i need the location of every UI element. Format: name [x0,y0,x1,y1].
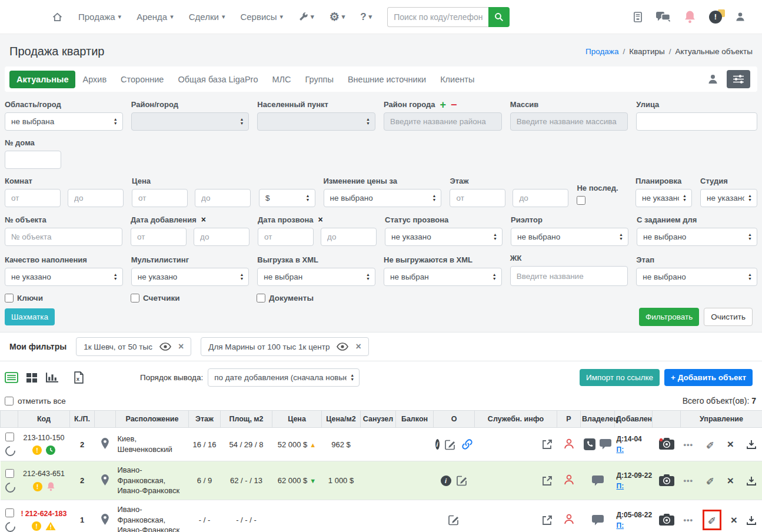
notifications-bell-icon[interactable] [684,10,696,24]
owner-person-icon[interactable] [564,474,574,486]
row-checkbox[interactable] [5,433,14,441]
date-added-from-input[interactable] [131,228,187,246]
task-for-select[interactable]: не выбрано [637,228,757,246]
settlement-select[interactable] [257,112,375,131]
owner-person-icon[interactable] [564,438,574,450]
price-change-select[interactable]: не выбрано [324,189,442,207]
saved-filter-chip[interactable]: Для Марины от 100 тыс 1к центр × [201,337,369,356]
documents-checkbox[interactable] [257,294,265,302]
excel-export-icon[interactable]: x [74,371,84,384]
tab-external[interactable]: Внешние источники [341,71,433,88]
counters-checkbox[interactable] [131,294,139,302]
download-icon[interactable] [746,476,757,486]
download-icon[interactable] [746,515,757,526]
tab-mls[interactable]: МЛС [265,71,298,88]
map-icon[interactable] [100,474,110,486]
user-icon[interactable] [735,11,746,22]
chart-view-icon[interactable] [45,372,59,383]
remove-district-icon[interactable]: − [451,101,457,108]
import-by-link-button[interactable]: Импорт по ссылке [580,369,660,386]
complex-input[interactable] [510,266,628,286]
edit-note-icon[interactable] [445,439,456,450]
menu-services[interactable]: Сервисы▾ [240,12,283,22]
settings-menu[interactable]: ⚙ ▾ [330,10,345,24]
keys-checkbox[interactable] [5,294,14,302]
price-to-input[interactable] [195,189,251,207]
comment-icon[interactable] [592,515,604,526]
comment-icon[interactable] [600,439,611,450]
row-checkbox[interactable] [5,508,14,517]
xml-no-export-select[interactable]: не выбран [384,268,502,286]
added-p-link[interactable]: П: [617,521,624,530]
filter-settings-button[interactable] [727,70,750,88]
breadcrumb-link-sales[interactable]: Продажа [585,47,618,56]
house-no-input[interactable] [5,151,61,169]
download-icon[interactable] [746,439,757,450]
clear-button[interactable]: Очистить [704,308,753,326]
multilisting-select[interactable]: не указано [131,268,249,286]
currency-select[interactable]: $ [259,189,315,207]
camera-icon[interactable] [659,474,674,486]
sort-order-select[interactable]: по дате добавления (сначала новые) [208,368,360,387]
price-from-input[interactable] [132,189,188,207]
saved-filter-chip[interactable]: 1к Шевч, от 50 тыс × [76,337,191,356]
delete-icon[interactable]: × [727,440,734,448]
more-actions-icon[interactable]: ••• [684,476,694,485]
realtor-select[interactable]: не выбрано [511,228,628,246]
user-icon[interactable] [707,74,718,85]
remove-filter-icon[interactable]: × [355,341,361,352]
select-all-checkbox[interactable] [5,397,14,405]
tab-actual[interactable]: Актуальные [9,71,75,88]
tab-clients[interactable]: Клиенты [433,71,481,88]
list-view-icon[interactable] [5,372,18,383]
floor-from-input[interactable] [450,189,505,207]
eye-icon[interactable] [337,343,348,351]
rooms-to-input[interactable] [68,189,124,207]
help-menu[interactable]: ? ▾ [360,11,372,23]
edit-icon[interactable]: ✎ [708,514,716,526]
add-object-button[interactable]: + Добавить объект [664,369,753,386]
edit-icon[interactable]: ✎ [706,438,714,451]
camera-icon[interactable] [659,437,674,450]
home-icon[interactable] [52,12,63,22]
external-link-icon[interactable] [541,514,553,526]
added-p-link[interactable]: П: [617,445,624,454]
owner-person-icon[interactable] [564,513,574,525]
added-p-link[interactable]: П: [617,482,624,490]
tab-thirdparty[interactable]: Сторонние [114,71,171,88]
info-icon[interactable]: i [435,439,440,450]
delete-icon[interactable]: × [731,516,737,524]
not-last-checkbox[interactable] [577,196,585,205]
add-district-icon[interactable]: + [440,101,447,108]
phone-icon[interactable] [584,438,595,450]
date-called-from-input[interactable] [258,228,314,246]
quality-select[interactable]: не указано [5,268,123,286]
region-select[interactable]: не выбрана [5,112,123,131]
search-input[interactable] [387,7,488,27]
date-called-to-input[interactable] [321,228,377,246]
map-icon[interactable] [100,513,110,526]
journal-icon[interactable] [633,11,643,23]
chessboard-button[interactable]: Шахматка [5,308,55,325]
filter-button[interactable]: Фильтровать [639,308,699,326]
layout-select[interactable]: не указано [635,189,692,207]
edit-note-icon[interactable] [448,514,460,526]
stage-select[interactable]: не выбрано [636,268,757,286]
more-actions-icon[interactable]: ••• [684,440,694,449]
alerts-icon[interactable]: ! [709,11,722,24]
remove-filter-icon[interactable]: × [178,341,184,352]
edit-icon[interactable]: ✎ [706,474,714,487]
row-checkbox[interactable] [5,469,14,478]
eye-icon[interactable] [159,343,171,351]
tab-groups[interactable]: Группы [298,71,341,88]
external-link-icon[interactable] [541,438,553,450]
grid-view-icon[interactable] [26,373,38,383]
tools-menu[interactable]: ▾ [298,12,314,22]
street-input[interactable] [636,112,757,131]
tab-ligapro[interactable]: Общая база LigaPro [171,71,265,88]
district-city-select[interactable] [131,112,249,131]
delete-icon[interactable]: × [727,477,734,485]
floor-to-input[interactable] [513,189,568,207]
call-status-select[interactable]: не указано [385,228,503,246]
clear-date-added-icon[interactable]: × [201,215,206,224]
